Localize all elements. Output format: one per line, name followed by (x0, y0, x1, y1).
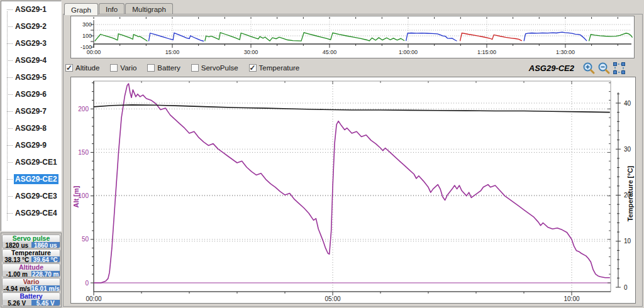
svg-text:40: 40 (624, 100, 631, 107)
measurement-min-value: 5,26 V (3, 300, 31, 306)
sidebar-item-asg29-4[interactable]: ASG29-4 (1, 52, 61, 69)
svg-text:Alt [m]: Alt [m] (72, 185, 80, 207)
sidebar-item-asg29-8[interactable]: ASG29-8 (1, 120, 61, 137)
checkbox-battery-label: Battery (157, 64, 180, 72)
temperature-series (94, 105, 610, 113)
measurement-row-partial (2, 307, 60, 307)
checkbox-vario-box[interactable] (110, 64, 118, 72)
sidebar-item-asg29-1[interactable]: ASG29-1 (1, 1, 61, 18)
checkbox-battery-box[interactable] (147, 64, 155, 72)
sidebar-item-asg29-3[interactable]: ASG29-3 (1, 35, 61, 52)
svg-text:45:00: 45:00 (323, 49, 337, 55)
measurement-max-value: 16,01 m/s (31, 285, 60, 292)
svg-text:30: 30 (624, 146, 631, 153)
flight-label: ASG29-CE4 (14, 208, 58, 218)
measurement-row-vario: Vario -4,94 m/s16,01 m/s (2, 278, 60, 292)
main-chart[interactable]: 05010015020000:0005:0010:00010203040Alt … (70, 77, 636, 304)
measurement-label: Servo pulse (3, 235, 60, 242)
measurement-max-value: 5,45 V (31, 300, 60, 306)
flight-segment-4 (406, 33, 457, 41)
checkbox-altitude[interactable]: Altitude (65, 64, 99, 72)
svg-text:30:00: 30:00 (244, 49, 258, 55)
measurement-max-value: 39,64 °C (31, 256, 60, 263)
svg-text:150: 150 (78, 149, 89, 156)
zoom-out-icon[interactable] (597, 62, 611, 75)
svg-text:15:00: 15:00 (165, 49, 180, 55)
svg-text:1:30:00: 1:30:00 (556, 49, 575, 55)
svg-text:10:00: 10:00 (564, 295, 579, 302)
svg-text:0: 0 (624, 284, 628, 291)
flight-segment-7 (589, 33, 633, 41)
measurement-label: Battery (3, 293, 60, 300)
tab-graph[interactable]: Graph (64, 3, 98, 15)
sidebar-item-asg29-ce2[interactable]: ASG29-CE2 (1, 171, 61, 188)
flight-segment-1 (95, 34, 148, 41)
flight-label: ASG29-3 (14, 38, 48, 48)
checkbox-temperature-label: Temperature (259, 64, 300, 72)
measurement-row-altitude: Altitude -1,00 m228,70 m (2, 263, 60, 277)
sidebar-item-asg29-5[interactable]: ASG29-5 (1, 69, 61, 86)
svg-text:100: 100 (82, 33, 92, 39)
flight-label: ASG29-4 (14, 55, 48, 65)
checkbox-altitude-box[interactable] (65, 64, 73, 72)
overview-chart-svg[interactable]: 300100-10000:0015:0030:0045:001:00:001:1… (71, 16, 634, 58)
flight-label: ASG29-CE2 (14, 174, 58, 184)
session-overview-chart[interactable]: 300100-10000:0015:0030:0045:001:00:001:1… (70, 16, 635, 58)
checkbox-temperature[interactable]: Temperature (249, 64, 300, 72)
flight-label: ASG29-8 (14, 123, 48, 133)
sidebar-item-asg29-ce1[interactable]: ASG29-CE1 (1, 154, 61, 171)
sidebar-item-asg29-ce4[interactable]: ASG29-CE4 (1, 205, 61, 222)
checkbox-battery[interactable]: Battery (147, 64, 180, 72)
measurement-min-value: -1,00 m (3, 271, 31, 277)
sidebar-item-asg29-6[interactable]: ASG29-6 (1, 86, 61, 103)
tab-multigraph[interactable]: Multigraph (125, 3, 173, 14)
measurement-panel: Servo pulse 1820 us1860 us Temperature 3… (1, 233, 62, 307)
svg-text:10: 10 (624, 238, 631, 245)
measurement-label: Temperature (3, 250, 60, 256)
flight-label: ASG29-5 (14, 72, 48, 82)
checkbox-temperature-box[interactable] (249, 64, 257, 72)
checkbox-servopulse-label: ServoPulse (201, 64, 238, 72)
checkbox-altitude-label: Altitude (75, 64, 99, 72)
sidebar-item-asg29-ce3[interactable]: ASG29-CE3 (1, 188, 61, 205)
selected-model-label: ASG29-CE2 (529, 63, 574, 73)
flight-list-panel: ASG29-1 ASG29-2 ASG29-3 ASG29-4 ASG29-5 … (1, 1, 62, 231)
tab-bar: Graph Info Multigraph (64, 1, 174, 14)
svg-text:00:00: 00:00 (86, 295, 101, 302)
measurement-max-value: 228,70 m (31, 271, 60, 277)
flight-label: ASG29-2 (14, 21, 48, 31)
zoom-in-icon[interactable] (582, 62, 596, 75)
svg-text:Temperature [°C]: Temperature [°C] (626, 165, 634, 221)
flight-label: ASG29-7 (14, 106, 48, 116)
flight-label: ASG29-CE1 (14, 157, 58, 167)
checkbox-servopulse-box[interactable] (191, 64, 199, 72)
measurement-min-value: 38,13 °C (3, 256, 31, 263)
flight-label: ASG29-CE3 (14, 191, 58, 201)
sidebar-item-asg29-9[interactable]: ASG29-9 (1, 137, 61, 154)
measurement-min-value: -4,94 m/s (3, 285, 31, 292)
checkbox-vario-label: Vario (120, 64, 136, 72)
checkbox-servopulse[interactable]: ServoPulse (191, 64, 238, 72)
svg-text:00:00: 00:00 (87, 49, 101, 55)
svg-text:05:00: 05:00 (325, 295, 340, 302)
svg-text:200: 200 (78, 106, 89, 113)
flight-label: ASG29-9 (14, 140, 48, 150)
svg-text:1:15:00: 1:15:00 (477, 49, 496, 55)
flight-label: ASG29-1 (14, 4, 48, 14)
flight-segment-6 (524, 32, 587, 41)
svg-text:300: 300 (82, 21, 92, 28)
graph-header: ASG29-CE2 (529, 61, 626, 75)
sidebar-item-asg29-7[interactable]: ASG29-7 (1, 103, 61, 120)
measurement-row-battery: Battery 5,26 V5,45 V (2, 292, 60, 306)
zoom-reset-icon[interactable] (613, 62, 626, 75)
main-chart-svg[interactable]: 05010015020000:0005:0010:00010203040Alt … (71, 77, 635, 303)
checkbox-vario[interactable]: Vario (110, 64, 136, 72)
flight-label: ASG29-6 (14, 89, 48, 99)
flight-segment-2 (149, 33, 204, 41)
measurement-row-temperature: Temperature 38,13 °C39,64 °C (2, 249, 60, 263)
tab-info[interactable]: Info (99, 3, 125, 14)
measurement-label: Vario (3, 278, 60, 285)
measurement-label: Altitude (3, 264, 60, 271)
svg-text:50: 50 (82, 236, 89, 243)
sidebar-item-asg29-2[interactable]: ASG29-2 (1, 18, 61, 35)
